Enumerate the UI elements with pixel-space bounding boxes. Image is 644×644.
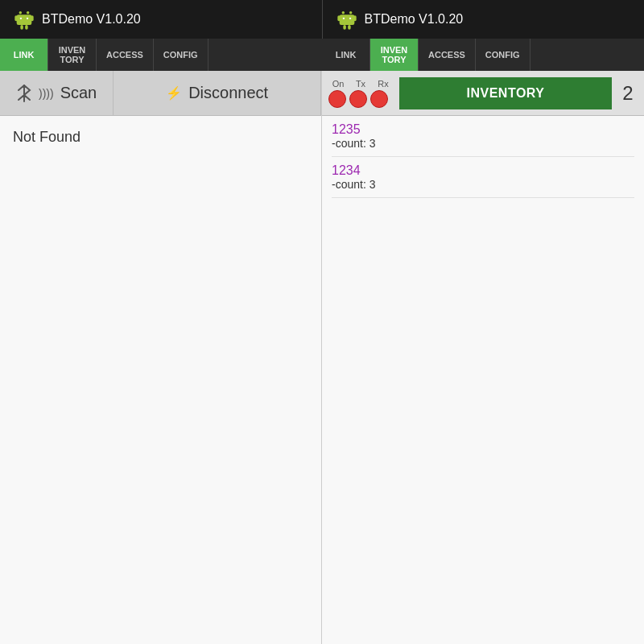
tag-count: -count: 3	[332, 178, 634, 191]
rx-dot	[370, 90, 388, 108]
left-tab-group: LINK INVENTORY ACCESS CONFIG	[0, 39, 322, 71]
svg-rect-13	[353, 15, 357, 21]
right-title-bar: BTDemo V1.0.20	[323, 0, 645, 39]
left-toolbar: )))) Scan ⚡ Disconnect	[0, 71, 321, 116]
tx-label: Tx	[351, 79, 370, 89]
svg-point-9	[341, 11, 345, 14]
right-toolbar: On Tx Rx INVENTORY 2	[322, 71, 644, 116]
bluetooth-icon	[16, 84, 32, 103]
android-icon-right	[336, 8, 358, 31]
tag-id: 1234	[332, 163, 634, 178]
inventory-button[interactable]: INVENTORY	[399, 77, 612, 109]
tab-bars: LINK INVENTORY ACCESS CONFIG LINK INVENT…	[0, 39, 644, 71]
svg-point-10	[349, 11, 352, 14]
android-icon-left	[13, 8, 35, 31]
right-tab-config[interactable]: CONFIG	[476, 39, 530, 71]
on-label: On	[328, 79, 348, 89]
tag-item: 1234 -count: 3	[332, 163, 634, 198]
tag-count: -count: 3	[332, 137, 634, 150]
right-app-title: BTDemo V1.0.20	[365, 12, 464, 27]
svg-point-0	[19, 11, 22, 14]
indicators: On Tx Rx	[328, 79, 393, 108]
indicator-dots	[328, 90, 393, 108]
svg-rect-6	[25, 25, 27, 30]
svg-rect-3	[14, 15, 18, 21]
right-tab-access[interactable]: ACCESS	[419, 39, 476, 71]
svg-rect-14	[343, 25, 346, 30]
svg-rect-2	[17, 14, 32, 25]
on-dot	[328, 90, 346, 108]
left-tab-inventory[interactable]: INVENTORY	[48, 39, 97, 71]
tag-item: 1235 -count: 3	[332, 122, 634, 157]
svg-point-17	[349, 18, 350, 19]
right-content: 1235 -count: 3 1234 -count: 3	[322, 116, 644, 211]
disconnect-label: Disconnect	[188, 84, 268, 102]
svg-rect-4	[31, 15, 34, 21]
right-tab-inventory[interactable]: INVENTORY	[370, 39, 419, 71]
indicator-labels: On Tx Rx	[328, 79, 393, 89]
svg-rect-11	[339, 14, 354, 25]
svg-point-8	[27, 18, 28, 19]
svg-point-16	[342, 18, 344, 19]
left-tab-config[interactable]: CONFIG	[154, 39, 208, 71]
left-app-title: BTDemo V1.0.20	[42, 12, 141, 27]
right-tab-link[interactable]: LINK	[322, 39, 370, 71]
rx-label: Rx	[374, 79, 393, 89]
disconnect-button[interactable]: ⚡ Disconnect	[114, 71, 321, 115]
svg-rect-5	[20, 25, 23, 30]
svg-rect-15	[348, 25, 351, 30]
left-content: Not Found	[0, 116, 321, 159]
usb-icon: ⚡	[166, 85, 182, 101]
scan-button[interactable]: )))) Scan	[0, 71, 114, 115]
count-badge: 2	[618, 82, 638, 105]
left-tab-link[interactable]: LINK	[0, 39, 48, 71]
left-title-bar: BTDemo V1.0.20	[0, 0, 322, 39]
content-area: )))) Scan ⚡ Disconnect Not Found On Tx R…	[0, 71, 644, 644]
tag-id: 1235	[332, 122, 634, 137]
left-panel: )))) Scan ⚡ Disconnect Not Found	[0, 71, 322, 644]
right-tab-group: LINK INVENTORY ACCESS CONFIG	[322, 39, 644, 71]
tx-dot	[349, 90, 367, 108]
scan-label: Scan	[60, 84, 97, 102]
title-bars: BTDemo V1.0.20 BTDemo V1.0.20	[0, 0, 644, 39]
svg-rect-12	[337, 15, 341, 21]
left-tab-access[interactable]: ACCESS	[97, 39, 154, 71]
not-found-text: Not Found	[13, 129, 80, 145]
right-panel: On Tx Rx INVENTORY 2 1235 -count: 3 1234…	[322, 71, 644, 644]
svg-point-7	[20, 18, 22, 19]
svg-point-1	[27, 11, 30, 14]
bt-wave-icon: ))))	[39, 87, 54, 100]
